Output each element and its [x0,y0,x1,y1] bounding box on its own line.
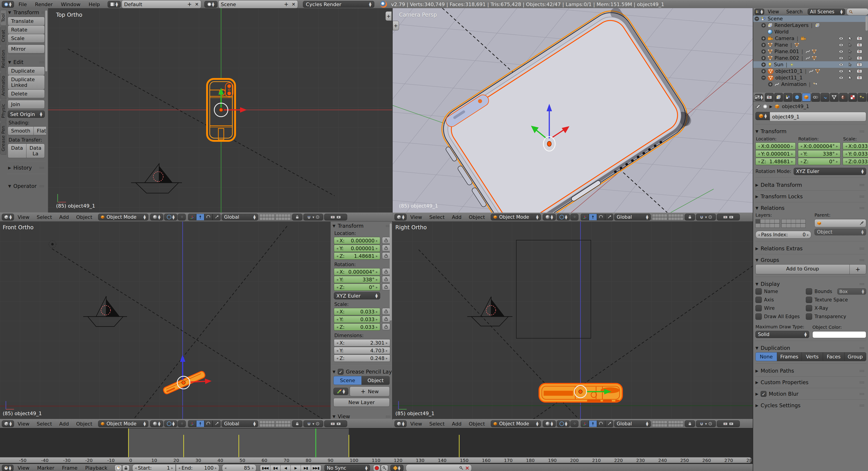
scene-browse-button[interactable]: ▲▼ [204,1,217,8]
location-field[interactable]: ◂Y: 0.000001▸ [755,150,796,157]
collapse-icon[interactable]: − [761,76,766,80]
outliner-item-sun[interactable]: +Sun| [753,61,868,68]
layers-widget[interactable] [259,214,274,220]
viewport-shading-select[interactable]: ▲▼ [150,214,163,220]
manipulator-translate-button[interactable] [589,420,597,427]
layers-widget[interactable] [652,420,667,427]
outliner-item-plane.002[interactable]: +Plane.002| [753,55,868,61]
pivot-align-toggle[interactable]: ⁘ [570,420,579,427]
tl-menu-view[interactable]: View [14,465,33,471]
transform-orientation-select[interactable]: Global▲▼ [221,214,258,220]
mode-select[interactable]: Object Mode▲▼ [98,420,148,427]
collapse-icon[interactable]: − [754,17,759,21]
panel-grip[interactable] [860,130,864,133]
layer-cell[interactable] [800,219,806,224]
scene-name-field[interactable]: Scene + ✕ [218,0,298,8]
outliner-scope-select[interactable]: All Scenes▲▼ [808,8,845,15]
layer-cell[interactable] [800,224,806,228]
vp-menu-view[interactable]: View [407,421,426,427]
renderability-camera-icon[interactable] [857,43,862,47]
lock-icon[interactable] [382,237,390,244]
manipulator-axes-icon[interactable] [188,214,196,220]
grease-pencil-checkbox[interactable]: ✓ [338,369,344,375]
duplicate-button[interactable]: Duplicate [8,66,45,75]
shelf-tab-tool[interactable]: Tool [0,10,6,26]
mode-select[interactable]: Object Mode▲▼ [491,420,541,427]
layer-cell[interactable] [781,219,786,224]
pin-icon[interactable] [755,104,761,109]
expand-icon[interactable]: + [761,56,766,60]
properties-tab-data[interactable] [830,93,839,101]
outliner-item-renderlayers[interactable]: +RenderLayers| [753,22,868,29]
render-ops-widget[interactable] [717,420,740,427]
add-group-plus-button[interactable]: + [849,264,866,274]
properties-tab-render-layers[interactable] [774,93,783,101]
renderability-camera-icon[interactable] [857,76,862,80]
checkbox-texture-space[interactable] [806,297,812,303]
manipulator-translate-button[interactable] [196,214,204,220]
layout-browse-button[interactable]: ▲▼ [107,1,121,8]
gp-datablock-select[interactable]: ▲▼ [333,388,348,395]
transform-orientation-select[interactable]: Global▲▼ [221,420,258,427]
keying-set-field[interactable] [406,464,472,471]
pivot-align-toggle[interactable]: ⁘ [178,420,186,427]
manipulator-rotate-button[interactable] [204,214,213,220]
rotation-field[interactable]: ◂Y: 338°▸ [798,150,841,157]
data-transfer-button[interactable]: Data [8,144,26,158]
vp-menu-object[interactable]: Object [465,421,489,427]
layout-close-icon[interactable]: ✕ [195,2,199,7]
visibility-eye-icon[interactable] [838,36,844,41]
outliner-scrollbar[interactable] [866,16,868,31]
delta-transform-panel[interactable]: Delta Transform [761,182,802,188]
checkbox-axis[interactable] [755,297,762,303]
layers-widget[interactable] [652,214,667,220]
location-field[interactable]: ◂X: 0.000000▸ [755,143,796,150]
panel-grip[interactable] [39,61,44,63]
join-button[interactable]: Join [8,100,45,109]
scene-add-icon[interactable]: + [284,1,288,7]
transform-orientation-select[interactable]: Global▲▼ [614,420,651,427]
lock-icon[interactable] [382,284,390,290]
vp-menu-object[interactable]: Object [72,421,96,427]
properties-tab-physics[interactable] [867,93,868,101]
panel-grip[interactable] [39,185,44,187]
rotation-mode-select[interactable]: XYZ Euler▲▼ [794,168,866,175]
layers-widget[interactable] [276,420,290,427]
pivot-select[interactable]: ▲▼ [164,420,177,427]
render-ops-widget[interactable] [717,214,740,220]
editor-type-menu[interactable]: ▲▼ [2,214,14,220]
visibility-eye-icon[interactable] [838,69,844,73]
vp-menu-add[interactable]: Add [56,214,72,220]
panel-grip[interactable] [860,283,864,285]
lock-camera-button[interactable] [292,214,303,220]
outliner-item-object10_1[interactable]: +object10_1| [753,68,868,75]
remove-keyingset-icon[interactable] [465,466,469,470]
layers-widget[interactable] [259,420,274,427]
lock-icon[interactable] [382,245,390,252]
max-draw-type-select[interactable]: Solid▲▼ [755,331,809,338]
vp-menu-view[interactable]: View [407,214,426,220]
rotation-field[interactable]: ◂Y: 338°▸ [334,276,380,283]
jump-start-button[interactable]: ▮◀◀ [260,465,270,471]
snap-widget[interactable]: ▾ [696,214,716,220]
duplication-verts-button[interactable]: Verts [802,352,823,361]
expand-icon[interactable]: + [761,69,766,73]
rotation-field[interactable]: ◂Z: 0°▸ [798,158,841,165]
selectability-cursor-icon[interactable] [848,69,852,74]
timeline-editor-menu[interactable]: ▲▼ [2,465,13,471]
shade-smooth-button[interactable]: Smooth [8,126,34,135]
custom-properties-panel[interactable]: Custom Properties [761,379,809,385]
pivot-select[interactable]: ▲▼ [557,420,570,427]
viewport-right-ortho[interactable]: Right Ortho (85) object49_1 [392,221,753,419]
manipulator-scale-button[interactable] [213,420,221,427]
mirror-button[interactable]: Mirror [8,45,45,53]
outliner-search-input[interactable] [846,8,868,16]
selectability-cursor-icon[interactable] [848,49,852,54]
properties-tab-material[interactable] [839,93,848,101]
data-layout-transfer-button[interactable]: Data La [26,144,45,158]
translate-button[interactable]: Translate [8,17,45,26]
properties-tab-modifiers[interactable] [820,93,829,101]
properties-tab-scene[interactable] [783,93,792,101]
vp-menu-view[interactable]: View [14,421,33,427]
selectability-cursor-icon[interactable] [848,36,852,41]
